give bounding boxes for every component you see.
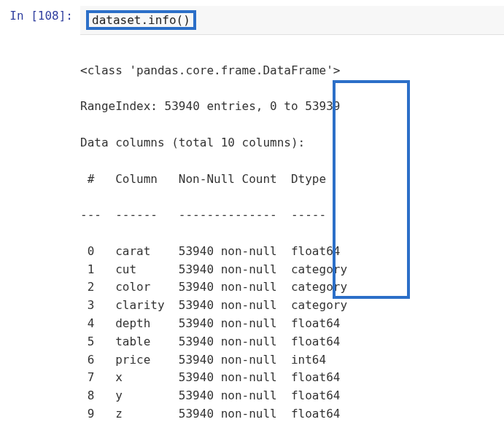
header-dtype: Dtype (291, 171, 354, 189)
row-nonnull: 53940 non-null (179, 351, 291, 370)
row-nonnull: 53940 non-null (179, 405, 291, 422)
table-row: 3 clarity53940 non-nullcategory (80, 297, 504, 315)
output-rangeindex: RangeIndex: 53940 entries, 0 to 53939 (80, 98, 504, 116)
row-dtype: float64 (291, 333, 354, 351)
row-column: clarity (115, 297, 179, 315)
code-text: dataset.info() (92, 13, 190, 27)
row-index: 1 (80, 261, 115, 279)
row-index: 5 (80, 333, 115, 351)
code-highlight-box: dataset.info() (86, 10, 196, 30)
row-nonnull: 53940 non-null (179, 315, 291, 333)
cell-output: <class 'pandas.core.frame.DataFrame'> Ra… (80, 35, 504, 422)
row-nonnull: 53940 non-null (179, 261, 291, 279)
table-row: 0 carat53940 non-nullfloat64 (80, 243, 504, 261)
row-nonnull: 53940 non-null (179, 387, 291, 405)
table-row: 8 y53940 non-nullfloat64 (80, 387, 504, 405)
row-nonnull: 53940 non-null (179, 278, 291, 297)
code-input-area[interactable]: dataset.info() (80, 6, 504, 35)
row-dtype: float64 (291, 405, 354, 422)
row-index: 2 (80, 278, 115, 297)
row-dtype: int64 (291, 351, 354, 370)
row-column: table (115, 333, 179, 351)
header-column: Column (115, 171, 179, 189)
columns-rows: 0 carat53940 non-nullfloat64 1 cut53940 … (80, 243, 504, 422)
table-row: 7 x53940 non-nullfloat64 (80, 369, 504, 387)
columns-header-row: # ColumnNon-Null CountDtype (80, 171, 504, 189)
row-dtype: category (291, 278, 354, 297)
output-class-line: <class 'pandas.core.frame.DataFrame'> (80, 62, 504, 80)
row-column: price (115, 351, 179, 370)
row-index: 9 (80, 405, 115, 422)
row-nonnull: 53940 non-null (179, 243, 291, 261)
row-dtype: float64 (291, 369, 354, 387)
row-column: x (115, 369, 179, 387)
row-column: z (115, 405, 179, 422)
row-index: 6 (80, 351, 115, 370)
row-dtype: float64 (291, 315, 354, 333)
table-row: 1 cut53940 non-nullcategory (80, 261, 504, 279)
row-column: depth (115, 315, 179, 333)
input-prompt: In [108]: (6, 9, 73, 23)
row-dtype: float64 (291, 243, 354, 261)
table-row: 6 price53940 non-nullint64 (80, 351, 504, 370)
row-index: 3 (80, 297, 115, 315)
row-column: cut (115, 261, 179, 279)
row-index: 7 (80, 369, 115, 387)
row-dtype: float64 (291, 387, 354, 405)
notebook-cell: In [108]: dataset.info() <class 'pandas.… (0, 0, 504, 422)
header-nonnull: Non-Null Count (179, 171, 291, 189)
table-row: 4 depth53940 non-nullfloat64 (80, 315, 504, 333)
row-index: 8 (80, 387, 115, 405)
table-row: 9 z53940 non-nullfloat64 (80, 405, 504, 422)
row-nonnull: 53940 non-null (179, 369, 291, 387)
row-column: y (115, 387, 179, 405)
row-dtype: category (291, 261, 354, 279)
row-nonnull: 53940 non-null (179, 297, 291, 315)
output-datacols: Data columns (total 10 columns): (80, 134, 504, 152)
row-index: 4 (80, 315, 115, 333)
header-index: # (80, 171, 115, 189)
row-nonnull: 53940 non-null (179, 333, 291, 351)
row-index: 0 (80, 243, 115, 261)
row-column: color (115, 278, 179, 297)
columns-divider-row: --- ------------------------- (80, 206, 504, 224)
table-row: 2 color53940 non-nullcategory (80, 278, 504, 297)
row-dtype: category (291, 297, 354, 315)
row-column: carat (115, 243, 179, 261)
table-row: 5 table53940 non-nullfloat64 (80, 333, 504, 351)
